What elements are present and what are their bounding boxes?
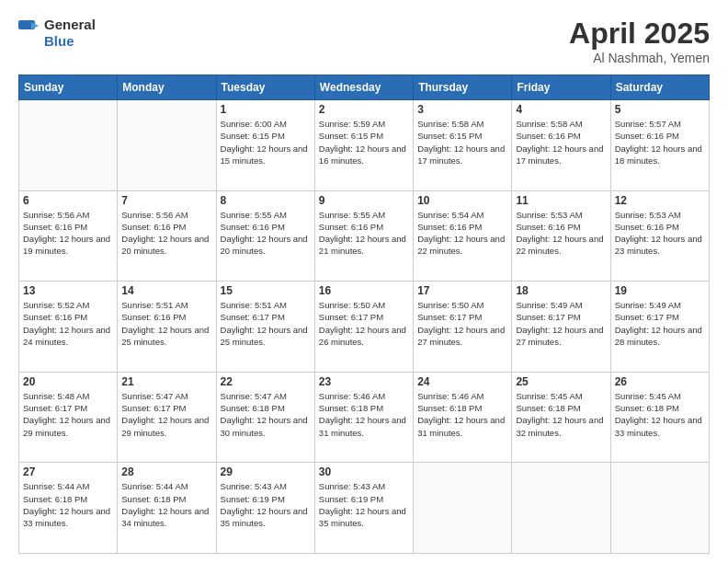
day-number: 17 [417, 284, 507, 297]
calendar-cell: 9Sunrise: 5:55 AM Sunset: 6:16 PM Daylig… [314, 190, 413, 282]
week-row-2: 6Sunrise: 5:56 AM Sunset: 6:16 PM Daylig… [19, 190, 710, 282]
calendar-cell: 20Sunrise: 5:48 AM Sunset: 6:17 PM Dayli… [19, 372, 118, 463]
week-row-3: 13Sunrise: 5:52 AM Sunset: 6:16 PM Dayli… [19, 282, 710, 373]
calendar-table: SundayMondayTuesdayWednesdayThursdayFrid… [18, 75, 710, 554]
main-title: April 2025 [569, 17, 710, 51]
calendar-cell: 25Sunrise: 5:45 AM Sunset: 6:18 PM Dayli… [512, 372, 610, 463]
day-number: 25 [516, 375, 606, 388]
day-info: Sunrise: 5:45 AM Sunset: 6:18 PM Dayligh… [615, 390, 705, 439]
header-friday: Friday [512, 75, 610, 100]
day-number: 11 [516, 194, 606, 207]
week-row-5: 27Sunrise: 5:44 AM Sunset: 6:18 PM Dayli… [19, 463, 710, 554]
calendar-cell: 16Sunrise: 5:50 AM Sunset: 6:17 PM Dayli… [314, 282, 413, 373]
day-number: 5 [615, 103, 705, 116]
calendar-cell: 13Sunrise: 5:52 AM Sunset: 6:16 PM Dayli… [19, 282, 118, 373]
day-number: 15 [221, 284, 311, 297]
logo-general: General [44, 17, 96, 33]
day-number: 29 [221, 465, 311, 478]
calendar-cell: 26Sunrise: 5:45 AM Sunset: 6:18 PM Dayli… [610, 372, 709, 463]
day-number: 23 [319, 375, 409, 388]
day-info: Sunrise: 5:46 AM Sunset: 6:18 PM Dayligh… [319, 390, 409, 439]
calendar-cell: 18Sunrise: 5:49 AM Sunset: 6:17 PM Dayli… [512, 282, 610, 373]
calendar-cell: 14Sunrise: 5:51 AM Sunset: 6:16 PM Dayli… [118, 282, 216, 373]
day-info: Sunrise: 5:49 AM Sunset: 6:17 PM Dayligh… [615, 299, 705, 348]
day-info: Sunrise: 5:46 AM Sunset: 6:18 PM Dayligh… [417, 390, 507, 439]
header-monday: Monday [118, 75, 216, 100]
subtitle: Al Nashmah, Yemen [569, 51, 710, 65]
day-number: 1 [221, 103, 311, 116]
calendar-cell: 7Sunrise: 5:56 AM Sunset: 6:16 PM Daylig… [118, 190, 216, 282]
day-info: Sunrise: 5:52 AM Sunset: 6:16 PM Dayligh… [23, 299, 113, 348]
calendar-cell: 4Sunrise: 5:58 AM Sunset: 6:16 PM Daylig… [512, 100, 610, 191]
day-info: Sunrise: 5:56 AM Sunset: 6:16 PM Dayligh… [121, 209, 211, 258]
calendar-cell: 30Sunrise: 5:43 AM Sunset: 6:19 PM Dayli… [314, 463, 413, 554]
calendar-cell: 23Sunrise: 5:46 AM Sunset: 6:18 PM Dayli… [314, 372, 413, 463]
day-info: Sunrise: 5:43 AM Sunset: 6:19 PM Dayligh… [221, 480, 311, 529]
header-thursday: Thursday [414, 75, 512, 100]
day-info: Sunrise: 5:50 AM Sunset: 6:17 PM Dayligh… [417, 299, 507, 348]
day-info: Sunrise: 5:47 AM Sunset: 6:17 PM Dayligh… [121, 390, 211, 439]
day-info: Sunrise: 5:43 AM Sunset: 6:19 PM Dayligh… [319, 480, 409, 529]
day-number: 26 [615, 375, 705, 388]
calendar-cell: 3Sunrise: 5:58 AM Sunset: 6:15 PM Daylig… [414, 100, 512, 191]
calendar-cell: 8Sunrise: 5:55 AM Sunset: 6:16 PM Daylig… [216, 190, 314, 282]
calendar-cell: 5Sunrise: 5:57 AM Sunset: 6:16 PM Daylig… [610, 100, 709, 191]
week-row-4: 20Sunrise: 5:48 AM Sunset: 6:17 PM Dayli… [19, 372, 710, 463]
calendar-cell: 22Sunrise: 5:47 AM Sunset: 6:18 PM Dayli… [216, 372, 314, 463]
day-info: Sunrise: 5:50 AM Sunset: 6:17 PM Dayligh… [319, 299, 409, 348]
day-info: Sunrise: 5:55 AM Sunset: 6:16 PM Dayligh… [221, 209, 311, 258]
header-tuesday: Tuesday [216, 75, 314, 100]
day-info: Sunrise: 5:49 AM Sunset: 6:17 PM Dayligh… [516, 299, 606, 348]
logo-blue: Blue [44, 33, 96, 50]
day-number: 19 [615, 284, 705, 297]
header-saturday: Saturday [610, 75, 709, 100]
day-info: Sunrise: 5:48 AM Sunset: 6:17 PM Dayligh… [23, 390, 113, 439]
day-number: 9 [319, 194, 409, 207]
day-info: Sunrise: 5:58 AM Sunset: 6:15 PM Dayligh… [417, 118, 507, 167]
title-section: April 2025 Al Nashmah, Yemen [569, 17, 710, 65]
calendar-cell: 19Sunrise: 5:49 AM Sunset: 6:17 PM Dayli… [610, 282, 709, 373]
day-number: 22 [221, 375, 311, 388]
day-info: Sunrise: 5:57 AM Sunset: 6:16 PM Dayligh… [615, 118, 705, 167]
day-info: Sunrise: 5:53 AM Sunset: 6:16 PM Dayligh… [516, 209, 606, 258]
header-sunday: Sunday [19, 75, 118, 100]
calendar-header-row: SundayMondayTuesdayWednesdayThursdayFrid… [19, 75, 710, 100]
day-number: 6 [23, 194, 113, 207]
day-info: Sunrise: 5:45 AM Sunset: 6:18 PM Dayligh… [516, 390, 606, 439]
calendar-cell: 10Sunrise: 5:54 AM Sunset: 6:16 PM Dayli… [414, 190, 512, 282]
day-number: 14 [121, 284, 211, 297]
day-info: Sunrise: 5:51 AM Sunset: 6:17 PM Dayligh… [221, 299, 311, 348]
calendar-cell: 6Sunrise: 5:56 AM Sunset: 6:16 PM Daylig… [19, 190, 118, 282]
day-number: 8 [221, 194, 311, 207]
day-info: Sunrise: 5:51 AM Sunset: 6:16 PM Dayligh… [121, 299, 211, 348]
header-wednesday: Wednesday [314, 75, 413, 100]
day-info: Sunrise: 5:53 AM Sunset: 6:16 PM Dayligh… [615, 209, 705, 258]
logo-icon [18, 20, 44, 46]
day-number: 10 [417, 194, 507, 207]
day-number: 24 [417, 375, 507, 388]
logo: General Blue [18, 17, 96, 50]
day-info: Sunrise: 5:56 AM Sunset: 6:16 PM Dayligh… [23, 209, 113, 258]
calendar-cell: 12Sunrise: 5:53 AM Sunset: 6:16 PM Dayli… [610, 190, 709, 282]
day-number: 16 [319, 284, 409, 297]
calendar-cell: 24Sunrise: 5:46 AM Sunset: 6:18 PM Dayli… [414, 372, 512, 463]
day-number: 13 [23, 284, 113, 297]
page: General Blue April 2025 Al Nashmah, Yeme… [0, 0, 728, 563]
week-row-1: 1Sunrise: 6:00 AM Sunset: 6:15 PM Daylig… [19, 100, 710, 191]
day-info: Sunrise: 5:47 AM Sunset: 6:18 PM Dayligh… [221, 390, 311, 439]
day-number: 30 [319, 465, 409, 478]
calendar-cell [19, 100, 118, 191]
day-number: 12 [615, 194, 705, 207]
day-info: Sunrise: 5:54 AM Sunset: 6:16 PM Dayligh… [417, 209, 507, 258]
day-number: 21 [121, 375, 211, 388]
day-number: 2 [319, 103, 409, 116]
calendar-cell [414, 463, 512, 554]
day-info: Sunrise: 6:00 AM Sunset: 6:15 PM Dayligh… [221, 118, 311, 167]
calendar-cell: 15Sunrise: 5:51 AM Sunset: 6:17 PM Dayli… [216, 282, 314, 373]
day-number: 4 [516, 103, 606, 116]
calendar-cell [118, 100, 216, 191]
calendar-cell: 2Sunrise: 5:59 AM Sunset: 6:15 PM Daylig… [314, 100, 413, 191]
day-number: 18 [516, 284, 606, 297]
day-number: 3 [417, 103, 507, 116]
day-info: Sunrise: 5:44 AM Sunset: 6:18 PM Dayligh… [121, 480, 211, 529]
